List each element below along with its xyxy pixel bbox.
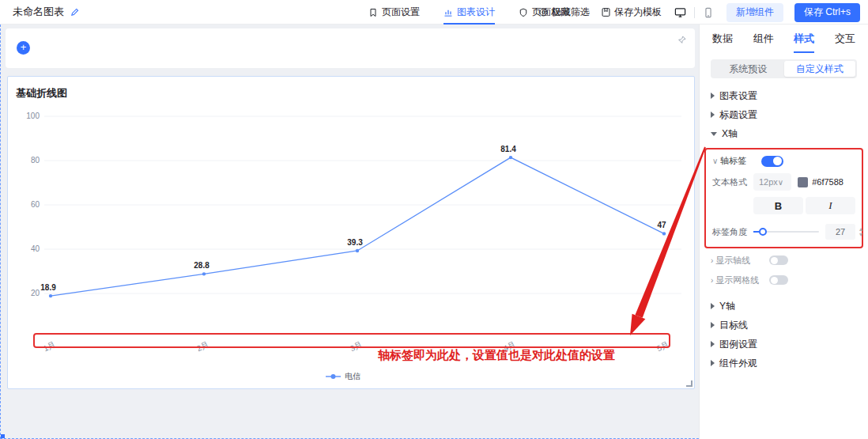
y-axis-labels: 20406080100 xyxy=(26,112,40,297)
panel-tab-style[interactable]: 样式 xyxy=(794,32,814,53)
panel-tab-interaction[interactable]: 交互 xyxy=(835,32,855,53)
x-tick-label: 2月 xyxy=(195,339,210,353)
y-tick-label: 100 xyxy=(26,112,40,120)
label-angle-row: 标签角度 27 ▴▾ xyxy=(712,224,855,240)
section-target-line[interactable]: 目标线 xyxy=(700,316,868,335)
document-title-text: 未命名图表 xyxy=(13,5,64,19)
panel-tab-data[interactable]: 数据 xyxy=(712,32,733,53)
data-value-label: 47 xyxy=(657,221,666,229)
data-point xyxy=(509,156,512,159)
bold-button[interactable]: B xyxy=(753,197,803,214)
stepper-arrows-icon[interactable]: ▴▾ xyxy=(859,226,862,237)
desktop-icon[interactable] xyxy=(674,6,686,18)
label-angle-slider[interactable] xyxy=(753,227,819,237)
y-tick-label: 60 xyxy=(31,200,40,209)
xaxis-settings-group: ∨轴标签 文本格式 12px ∨ #6f7588 B I xyxy=(704,148,863,248)
font-size-select[interactable]: 12px ∨ xyxy=(753,173,791,191)
mobile-icon[interactable] xyxy=(703,7,714,18)
label-angle-label: 标签角度 xyxy=(712,226,753,238)
x-tick-label: 1月 xyxy=(42,339,57,353)
segment-system-preset[interactable]: 系统预设 xyxy=(712,61,784,77)
style-panel: 数据 组件 样式 交互 系统预设 自定义样式 图表设置 标题设置 X轴 ∨轴标签 xyxy=(699,25,868,439)
show-grid-line-row: › 显示网格线 xyxy=(700,271,868,289)
grid-lines xyxy=(44,116,681,293)
data-point xyxy=(356,249,359,252)
pin-icon[interactable] xyxy=(677,35,687,45)
caret-right-icon xyxy=(711,112,715,118)
panel-tab-component[interactable]: 组件 xyxy=(753,32,774,53)
italic-button[interactable]: I xyxy=(806,197,855,214)
color-swatch[interactable] xyxy=(798,177,808,187)
segment-custom-style[interactable]: 自定义样式 xyxy=(784,61,856,77)
chevron-right-icon[interactable]: › xyxy=(711,256,713,265)
slider-fill xyxy=(753,231,759,233)
axis-label-toggle-label: ∨轴标签 xyxy=(712,155,753,167)
caret-right-icon xyxy=(711,341,715,347)
font-style-buttons: B I xyxy=(753,197,855,214)
tab-chart-design[interactable]: 图表设计 xyxy=(443,0,495,25)
data-point xyxy=(49,294,52,297)
legend-line-icon xyxy=(326,373,341,380)
section-title-settings[interactable]: 标题设置 xyxy=(700,105,868,124)
text-format-label: 文本格式 xyxy=(712,176,753,188)
show-grid-line-toggle[interactable] xyxy=(769,275,788,285)
section-component-appearance[interactable]: 组件外观 xyxy=(700,354,868,373)
top-bar: 未命名图表 页面设置 图表设计 xyxy=(0,0,868,25)
shield-icon xyxy=(519,8,528,17)
section-chart-settings[interactable]: 图表设置 xyxy=(700,86,868,105)
add-filter-button[interactable]: + xyxy=(17,41,30,55)
design-canvas[interactable]: + 基础折线图 2040608010018.928.839.381.4471月2… xyxy=(0,25,699,439)
font-color-picker[interactable]: #6f7588 xyxy=(798,177,855,187)
caret-right-icon xyxy=(711,360,715,366)
x-tick-label: 3月 xyxy=(349,339,364,353)
data-value-label: 39.3 xyxy=(347,238,363,247)
line-chart[interactable]: 2040608010018.928.839.381.4471月2月3月4月5月 xyxy=(8,107,694,368)
section-legend-settings[interactable]: 图例设置 xyxy=(700,335,868,354)
data-point xyxy=(662,232,666,235)
show-axis-line-toggle[interactable] xyxy=(769,255,788,265)
resize-handle[interactable] xyxy=(686,380,693,387)
new-component-button[interactable]: 新增组件 xyxy=(726,3,783,22)
section-x-axis[interactable]: X轴 xyxy=(700,124,868,143)
chevron-down-icon: ∨ xyxy=(778,178,783,187)
line-series: 18.928.839.381.447 xyxy=(40,145,666,297)
section-y-axis[interactable]: Y轴 xyxy=(700,297,868,316)
chart-design-icon xyxy=(443,8,453,17)
caret-right-icon xyxy=(711,93,715,99)
chevron-right-icon[interactable]: › xyxy=(711,276,713,285)
y-tick-label: 80 xyxy=(31,156,40,165)
device-switcher xyxy=(673,6,715,18)
data-value-label: 28.8 xyxy=(194,261,209,270)
hide-filter-button[interactable]: 隐藏筛选 xyxy=(538,6,590,19)
top-bar-actions: 隐藏筛选 保存为模板 新增组件 xyxy=(538,0,860,25)
chart-widget[interactable]: 基础折线图 2040608010018.928.839.381.4471月2月3… xyxy=(7,76,695,389)
show-axis-line-row: › 显示轴线 xyxy=(700,252,868,269)
x-tick-label: 5月 xyxy=(655,339,670,353)
bookmark-icon xyxy=(368,8,378,17)
caret-right-icon xyxy=(711,322,715,328)
font-style-row: B I xyxy=(712,197,855,214)
document-title: 未命名图表 xyxy=(13,5,80,19)
chevron-down-icon[interactable]: ∨ xyxy=(712,157,718,165)
style-mode-segmented: 系统预设 自定义样式 xyxy=(711,59,857,78)
chart-legend[interactable]: 电信 xyxy=(326,371,360,382)
template-icon xyxy=(601,7,611,17)
slider-knob[interactable] xyxy=(759,228,767,236)
label-angle-input[interactable]: 27 ▴▾ xyxy=(825,224,855,240)
save-button[interactable]: 保存 Ctrl+s xyxy=(794,3,860,22)
annotation-note: 轴标签即为此处，设置值也是对此处值的设置 xyxy=(378,348,615,363)
divider xyxy=(694,7,695,18)
text-format-row: 文本格式 12px ∨ #6f7588 xyxy=(712,173,855,191)
color-hex-value: #6f7588 xyxy=(812,177,843,187)
panel-tabs: 数据 组件 样式 交互 xyxy=(700,25,868,53)
data-value-label: 18.9 xyxy=(40,283,56,292)
edit-title-icon[interactable] xyxy=(70,7,80,17)
filter-bar[interactable]: + xyxy=(6,28,695,68)
canvas-corner-handle[interactable] xyxy=(1,434,5,438)
app-window: 未命名图表 页面设置 图表设计 xyxy=(0,0,868,439)
tab-page-settings[interactable]: 页面设置 xyxy=(368,0,420,25)
axis-label-toggle[interactable] xyxy=(761,156,783,167)
save-as-template-button[interactable]: 保存为模板 xyxy=(601,6,662,19)
data-point xyxy=(202,272,206,275)
axis-label-row: ∨轴标签 xyxy=(712,155,855,167)
